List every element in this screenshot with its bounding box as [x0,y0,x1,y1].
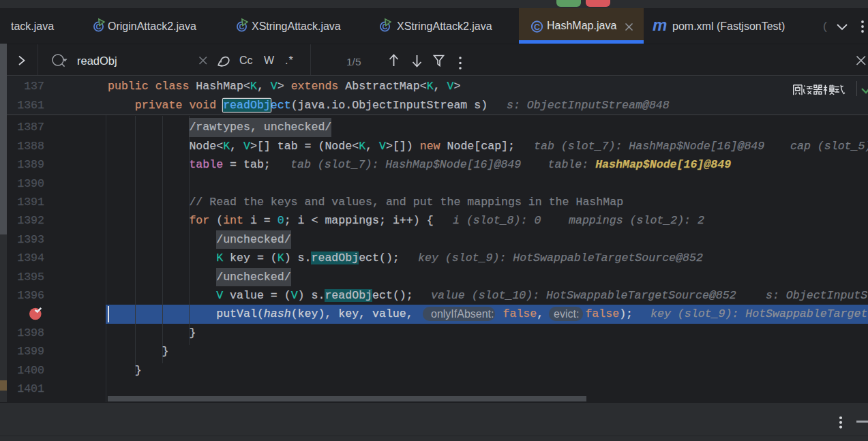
svg-text:C: C [534,22,540,32]
